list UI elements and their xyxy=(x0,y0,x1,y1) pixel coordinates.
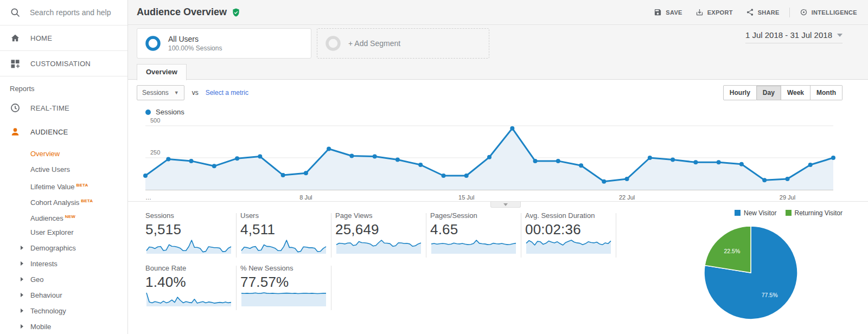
scorecard-sparkline xyxy=(430,238,517,254)
scorecard-bounce-rate[interactable]: Bounce Rate 1.40% xyxy=(145,264,233,309)
scorecard-page-views[interactable]: Page Views 25,649 xyxy=(335,211,423,256)
scorecard--new-sessions[interactable]: % New Sessions 77.57% xyxy=(240,264,328,309)
scorecard-separator xyxy=(331,213,331,258)
sidebar-item-technology[interactable]: Technology xyxy=(0,303,127,319)
legend-new-visitor: New Visitor xyxy=(735,209,776,217)
sidebar-item-audience[interactable]: AUDIENCE xyxy=(0,120,127,144)
download-icon xyxy=(695,8,704,16)
main-content: Audience Overview SAVE EXPORT xyxy=(128,0,868,334)
toolbar: SAVE EXPORT SHARE xyxy=(648,5,863,20)
save-icon xyxy=(654,8,662,16)
topbar: Audience Overview SAVE EXPORT xyxy=(128,0,868,25)
sidebar-search[interactable] xyxy=(0,0,127,25)
search-input[interactable] xyxy=(30,8,122,17)
sidebar-item-real-time[interactable]: REAL-TIME xyxy=(0,96,127,120)
expand-arrow-icon xyxy=(21,261,23,266)
date-range-picker[interactable]: 1 Jul 2018 - 31 Jul 2018 xyxy=(745,30,843,43)
scorecard-label: Pages/Session xyxy=(430,211,518,220)
scorecard-sparkline xyxy=(240,291,327,307)
scorecard-value: 4.65 xyxy=(430,221,518,238)
add-segment-button[interactable]: + Add Segment xyxy=(317,28,489,59)
sidebar-item-geo[interactable]: Geo xyxy=(0,272,127,287)
segment-subtitle: 100.00% Sessions xyxy=(168,44,222,52)
sidebar-item-label: HOME xyxy=(30,34,52,42)
beta-badge: BETA xyxy=(76,183,88,188)
scorecard-label: Sessions xyxy=(145,211,233,220)
sidebar-item-customisation[interactable]: CUSTOMISATION xyxy=(0,51,127,76)
scorecard-separator xyxy=(236,213,237,258)
sidebar-item-audiences[interactable]: AudiencesNEW xyxy=(0,209,127,224)
scorecard-label: % New Sessions xyxy=(240,264,328,272)
new-badge: NEW xyxy=(65,214,75,219)
select-metric-link[interactable]: Select a metric xyxy=(206,89,248,97)
sidebar: HOME CUSTOMISATION Reports REAL-TIME AUD… xyxy=(0,0,128,334)
search-icon xyxy=(10,7,21,18)
segment-all-users[interactable]: All Users 100.00% Sessions xyxy=(137,28,311,59)
svg-text:77.5%: 77.5% xyxy=(762,292,778,298)
svg-text:29 Jul: 29 Jul xyxy=(780,194,795,201)
scorecard-value: 1.40% xyxy=(145,274,233,291)
granularity-week-button[interactable]: Week xyxy=(781,85,810,100)
chart-expand-tab[interactable] xyxy=(490,202,521,208)
vs-label: vs xyxy=(192,89,199,97)
tab-overview[interactable]: Overview xyxy=(137,64,187,80)
metric-dropdown[interactable]: Sessions ▼ xyxy=(137,85,184,100)
granularity-month-button[interactable]: Month xyxy=(810,85,843,100)
intelligence-icon xyxy=(800,8,808,16)
visitor-type-pie-chart[interactable]: 77.5%22.5% xyxy=(701,223,800,322)
toolbar-divider xyxy=(789,8,790,17)
sidebar-section-reports: Reports xyxy=(0,76,127,96)
intelligence-button[interactable]: INTELLIGENCE xyxy=(794,5,863,20)
new-visitor-swatch xyxy=(735,210,741,216)
person-icon xyxy=(10,126,21,137)
scorecard-separator xyxy=(521,213,521,258)
sidebar-item-label: REAL-TIME xyxy=(30,104,69,112)
sidebar-item-mobile[interactable]: Mobile xyxy=(0,319,127,334)
scorecard-sparkline xyxy=(525,238,612,254)
sidebar-item-user-explorer[interactable]: User Explorer xyxy=(0,224,127,240)
scorecard-value: 77.57% xyxy=(240,274,328,291)
expand-arrow-icon xyxy=(21,246,23,250)
sessions-legend-dot xyxy=(145,110,151,115)
expand-arrow-icon xyxy=(21,293,23,297)
scorecard-avg-session-duration[interactable]: Avg. Session Duration 00:02:36 xyxy=(525,211,613,256)
scorecard-pages-session[interactable]: Pages/Session 4.65 xyxy=(430,211,518,256)
share-button[interactable]: SHARE xyxy=(741,5,785,20)
clock-icon xyxy=(10,102,21,113)
svg-text:8 Jul: 8 Jul xyxy=(299,194,312,201)
svg-text:22.5%: 22.5% xyxy=(724,248,741,254)
sidebar-item-active-users[interactable]: Active Users xyxy=(0,162,127,177)
sidebar-item-cohort-analysis[interactable]: Cohort AnalysisBETA xyxy=(0,193,127,209)
sidebar-item-overview[interactable]: Overview xyxy=(0,146,127,162)
granularity-hourly-button[interactable]: Hourly xyxy=(723,85,757,100)
scorecard-value: 4,511 xyxy=(240,221,328,238)
scorecard-value: 00:02:36 xyxy=(525,221,613,238)
segment-builder: All Users 100.00% Sessions + Add Segment xyxy=(137,28,489,59)
save-button[interactable]: SAVE xyxy=(648,5,687,20)
sidebar-item-demographics[interactable]: Demographics xyxy=(0,240,127,256)
scorecard-sparkline xyxy=(145,291,232,307)
segment-title: All Users xyxy=(168,35,222,43)
chevron-down-icon xyxy=(503,203,508,206)
sidebar-item-lifetime-value[interactable]: Lifetime ValueBETA xyxy=(0,177,127,193)
granularity-day-button[interactable]: Day xyxy=(757,85,781,100)
scorecard-sessions[interactable]: Sessions 5,515 xyxy=(145,211,233,256)
scorecard-label: Bounce Rate xyxy=(145,264,233,272)
svg-text:…: … xyxy=(145,194,151,201)
verified-shield-icon xyxy=(231,8,241,17)
sidebar-item-label: CUSTOMISATION xyxy=(30,60,91,68)
returning-visitor-swatch xyxy=(786,210,792,216)
empty-donut-icon xyxy=(325,35,341,52)
sessions-line-chart[interactable]: 250500…8 Jul15 Jul22 Jul29 Jul xyxy=(137,115,842,203)
scorecard-users[interactable]: Users 4,511 xyxy=(240,211,328,256)
scorecard-sparkline xyxy=(145,238,232,254)
svg-text:250: 250 xyxy=(150,149,160,156)
export-button[interactable]: EXPORT xyxy=(690,5,738,20)
sidebar-item-home[interactable]: HOME xyxy=(0,25,127,51)
sidebar-item-behaviour[interactable]: Behaviour xyxy=(0,287,127,303)
ga-audience-overview-app: HOME CUSTOMISATION Reports REAL-TIME AUD… xyxy=(0,0,868,334)
sidebar-item-interests[interactable]: Interests xyxy=(0,256,127,272)
scorecard-sparkline xyxy=(335,238,422,254)
segment-donut-icon xyxy=(145,35,161,52)
scorecard-separator xyxy=(236,266,237,310)
